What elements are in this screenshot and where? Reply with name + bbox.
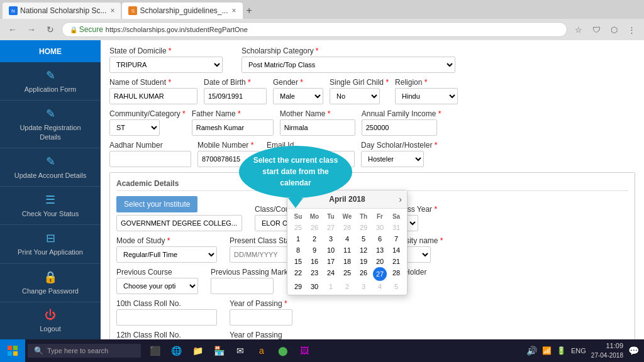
back-button[interactable]: ← (5, 22, 20, 37)
star-icon[interactable]: ☆ (571, 22, 586, 37)
cal-day[interactable]: 3 (323, 233, 339, 244)
cal-day[interactable]: 6 (372, 233, 388, 244)
cal-day[interactable]: 22 (290, 267, 306, 281)
cal-day[interactable]: 2 (306, 233, 323, 244)
mother-label: Mother Name * (280, 109, 355, 118)
cal-day[interactable]: 5 (388, 281, 404, 292)
cal-day[interactable]: 24 (323, 267, 339, 281)
income-input[interactable] (362, 119, 437, 136)
reload-button[interactable]: ↻ (43, 22, 58, 37)
sidebar-item-update-registration[interactable]: ✎ Update Registration Details (0, 101, 101, 148)
prev-passing-input[interactable] (211, 278, 274, 294)
mode-select[interactable]: Regular/Full Time (116, 246, 217, 263)
cal-day[interactable]: 30 (372, 222, 388, 233)
cal-day[interactable]: 28 (388, 267, 404, 281)
single-girl-group: Single Girl Child * No (330, 78, 389, 104)
cal-day[interactable]: 15 (290, 256, 306, 267)
scholarship-select[interactable]: Post Matric/Top Class (242, 57, 455, 73)
mother-group: Mother Name * (280, 109, 355, 136)
tab-close-1[interactable]: × (110, 6, 114, 15)
single-girl-select[interactable]: No (330, 88, 380, 104)
cal-day[interactable]: 11 (339, 244, 355, 256)
main-container: HOME ✎ Application Form ✎ Update Registr… (0, 40, 644, 339)
tab-guidelines[interactable]: S Scholarship_guidelines_... × (122, 3, 242, 19)
forward-button[interactable]: → (24, 22, 39, 37)
cal-day[interactable]: 2 (339, 281, 355, 292)
personal-row-1: Name of Student * Date of Birth * Gender… (109, 78, 635, 104)
year-passing-input[interactable] (230, 309, 292, 326)
day-su: Su (290, 211, 306, 222)
cal-day[interactable]: 27 (323, 222, 339, 233)
shield-icon[interactable]: 🛡 (589, 22, 604, 37)
cal-day[interactable]: 19 (355, 256, 372, 267)
cal-day[interactable]: 25 (290, 222, 306, 233)
religion-select[interactable]: Hindu (395, 88, 458, 104)
sidebar-item-print-application[interactable]: ⊟ Print Your Application (0, 225, 101, 263)
sidebar-item-change-password[interactable]: 🔒 Change Password (0, 264, 101, 302)
gender-select[interactable]: Male (273, 88, 323, 104)
logout-label: Logout (40, 324, 61, 333)
sidebar-item-check-status[interactable]: ☰ Check Your Status (0, 187, 101, 225)
community-select[interactable]: ST (109, 119, 160, 136)
cal-day[interactable]: 29 (355, 222, 372, 233)
cal-day[interactable]: 10 (323, 244, 339, 256)
prev-course-label: Previous Course (116, 268, 198, 277)
new-tab-button[interactable]: + (247, 5, 252, 16)
tab-scholarship[interactable]: N National Scholarship Sc... × (3, 3, 121, 19)
cal-day[interactable]: 31 (388, 222, 404, 233)
cal-day[interactable]: 23 (306, 267, 323, 281)
father-input[interactable] (192, 119, 274, 136)
cal-day[interactable]: 18 (339, 256, 355, 267)
cal-day[interactable]: 30 (306, 281, 323, 292)
community-label: Community/Category * (109, 109, 186, 118)
single-girl-label: Single Girl Child * (330, 78, 389, 87)
cal-day[interactable]: 26 (355, 267, 372, 281)
tab-close-2[interactable]: × (232, 6, 236, 15)
institute-input[interactable] (116, 215, 242, 231)
cal-day[interactable]: 4 (372, 281, 388, 292)
aadhar-input[interactable] (109, 151, 191, 167)
select-institute-button[interactable]: Select your Institute (116, 196, 197, 212)
mother-input[interactable] (280, 119, 355, 136)
cal-day[interactable]: 14 (388, 244, 404, 256)
cal-day[interactable]: 28 (339, 222, 355, 233)
sidebar-item-application-form[interactable]: ✎ Application Form (0, 62, 101, 101)
calendar-grid: Su Mo Tu We Th Fr Sa 25 26 27 28 29 30 3… (287, 209, 407, 295)
cal-day[interactable]: 3 (355, 281, 372, 292)
cal-day[interactable]: 5 (355, 233, 372, 244)
calendar-days: 25 26 27 28 29 30 31 1 2 3 4 5 6 7 8 (290, 222, 404, 292)
cal-day[interactable]: 1 (290, 233, 306, 244)
cal-day[interactable]: 7 (388, 233, 404, 244)
cal-day[interactable]: 8 (290, 244, 306, 256)
cal-day[interactable]: 21 (388, 256, 404, 267)
sidebar-item-logout[interactable]: ⏻ Logout (0, 302, 101, 339)
cal-day[interactable]: 12 (355, 244, 372, 256)
name-group: Name of Student * (109, 78, 197, 104)
sidebar-home[interactable]: HOME (0, 40, 101, 62)
prev-course-group: Previous Course Choose your option (116, 268, 198, 294)
calendar-next-button[interactable]: › (399, 194, 402, 204)
prev-course-select[interactable]: Choose your option (116, 278, 198, 294)
sidebar-item-update-account[interactable]: ✎ Update Account Details (0, 148, 101, 187)
cal-day[interactable]: 9 (306, 244, 323, 256)
cal-day[interactable]: 17 (323, 256, 339, 267)
cal-day[interactable]: 20 (372, 256, 388, 267)
name-input[interactable] (109, 88, 197, 104)
state-select[interactable]: TRIPURA (109, 57, 223, 73)
cal-day[interactable]: 1 (323, 281, 339, 292)
url-box[interactable]: 🔒 Secure https://scholarships.gov.in/stu… (62, 22, 567, 37)
dob-input[interactable] (204, 88, 267, 104)
cal-day[interactable]: 16 (306, 256, 323, 267)
update-registration-label: Update Registration Details (9, 123, 92, 141)
cal-day[interactable]: 26 (306, 222, 323, 233)
roll10-input[interactable] (116, 309, 217, 326)
cal-day-today[interactable]: 27 (373, 267, 387, 281)
cal-day[interactable]: 13 (372, 244, 388, 256)
cal-day[interactable]: 4 (339, 233, 355, 244)
cal-day[interactable]: 25 (339, 267, 355, 281)
cal-day[interactable]: 29 (290, 281, 306, 292)
extension-icon[interactable]: ⬡ (606, 22, 621, 37)
day-scholar-select[interactable]: Hosteler (361, 151, 424, 167)
menu-icon[interactable]: ⋮ (624, 22, 639, 37)
tab-label-2: Scholarship_guidelines_... (140, 6, 228, 15)
